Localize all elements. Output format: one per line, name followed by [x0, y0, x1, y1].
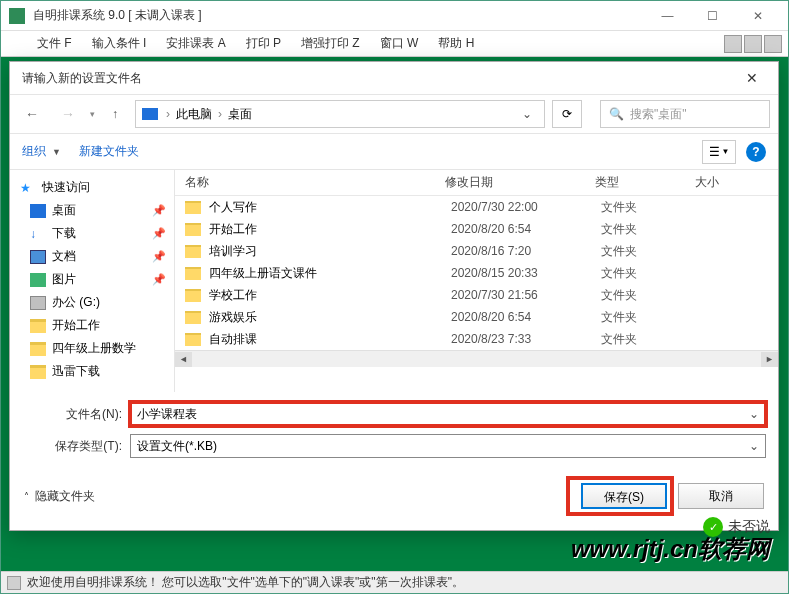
- nav-desktop[interactable]: 桌面📌: [10, 199, 174, 222]
- minimize-button[interactable]: —: [645, 2, 690, 30]
- refresh-button[interactable]: ⟳: [552, 100, 582, 128]
- menu-advprint[interactable]: 增强打印 Z: [293, 32, 368, 55]
- filetype-dropdown-icon[interactable]: ⌄: [749, 439, 759, 453]
- file-name: 四年级上册语文课件: [209, 265, 451, 282]
- nav-label: 文档: [52, 248, 76, 265]
- file-name: 个人写作: [209, 199, 451, 216]
- file-type: 文件夹: [601, 199, 701, 216]
- star-icon: ★: [20, 181, 36, 195]
- organize-button[interactable]: 组织: [22, 143, 46, 160]
- filename-dropdown-icon[interactable]: ⌄: [749, 407, 759, 421]
- folder-icon: [30, 319, 46, 333]
- filetype-field[interactable]: 设置文件(*.KB) ⌄: [130, 434, 766, 458]
- file-type: 文件夹: [601, 221, 701, 238]
- file-row[interactable]: 培训学习2020/8/16 7:20文件夹: [175, 240, 778, 262]
- statusbar: 欢迎使用自明排课系统！ 您可以选取"文件"选单下的"调入课表"或"第一次排课表"…: [1, 571, 788, 593]
- file-row[interactable]: 四年级上册语文课件2020/8/15 20:33文件夹: [175, 262, 778, 284]
- menu-help[interactable]: 帮助 H: [430, 32, 482, 55]
- form-area: 文件名(N): ⌄ 保存类型(T): 设置文件(*.KB) ⌄: [10, 392, 778, 470]
- back-button[interactable]: ←: [18, 100, 46, 128]
- dialog-close-button[interactable]: ✕: [738, 66, 766, 90]
- pin-icon: 📌: [152, 204, 166, 217]
- history-dropdown-icon[interactable]: ▾: [90, 109, 95, 119]
- save-button[interactable]: 保存(S): [581, 483, 667, 509]
- forward-button[interactable]: →: [54, 100, 82, 128]
- nav-label: 办公 (G:): [52, 294, 100, 311]
- nav-pane: ★ 快速访问 桌面📌 ↓下载📌 文档📌 图片📌 办公 (G:) 开始工作 四年级…: [10, 170, 175, 392]
- menu-input[interactable]: 输入条件 I: [84, 32, 155, 55]
- nav-folder-xunlei[interactable]: 迅雷下载: [10, 360, 174, 383]
- dialog-title: 请输入新的设置文件名: [22, 70, 142, 87]
- col-name[interactable]: 名称: [175, 174, 435, 191]
- nav-documents[interactable]: 文档📌: [10, 245, 174, 268]
- search-icon: 🔍: [609, 107, 624, 121]
- folder-icon: [185, 245, 201, 258]
- refresh-icon: ⟳: [562, 107, 572, 121]
- app-icon: [9, 8, 25, 24]
- file-name: 学校工作: [209, 287, 451, 304]
- nav-label: 下载: [52, 225, 76, 242]
- crumb-leaf[interactable]: 桌面: [224, 106, 256, 123]
- filename-field[interactable]: ⌄: [130, 402, 766, 426]
- nav-folder-grade4[interactable]: 四年级上册数学: [10, 337, 174, 360]
- menu-arrange[interactable]: 安排课表 A: [158, 32, 233, 55]
- mdi-min-icon[interactable]: [724, 35, 742, 53]
- close-window-button[interactable]: ✕: [735, 2, 780, 30]
- filename-input[interactable]: [137, 407, 749, 421]
- hide-folders-toggle[interactable]: ˄ 隐藏文件夹: [24, 488, 95, 505]
- desktop-icon: [30, 204, 46, 218]
- view-mode-button[interactable]: ☰ ▼: [702, 140, 736, 164]
- menu-print[interactable]: 打印 P: [238, 32, 289, 55]
- nav-pictures[interactable]: 图片📌: [10, 268, 174, 291]
- file-name: 自动排课: [209, 331, 451, 348]
- file-date: 2020/7/30 22:00: [451, 200, 601, 214]
- help-button[interactable]: ?: [746, 142, 766, 162]
- mdi-restore-icon[interactable]: [744, 35, 762, 53]
- scroll-left-icon[interactable]: ◄: [175, 352, 192, 367]
- file-row[interactable]: 自动排课2020/8/23 7:33文件夹: [175, 328, 778, 350]
- col-type[interactable]: 类型: [585, 174, 685, 191]
- file-name: 游戏娱乐: [209, 309, 451, 326]
- window-title: 自明排课系统 9.0 [ 未调入课表 ]: [33, 7, 645, 24]
- filename-label: 文件名(N):: [22, 406, 130, 423]
- col-size[interactable]: 大小: [685, 174, 745, 191]
- file-date: 2020/8/23 7:33: [451, 332, 601, 346]
- crumb-root[interactable]: 此电脑: [172, 106, 216, 123]
- breadcrumb-dropdown-icon[interactable]: ⌄: [516, 107, 538, 121]
- nav-drive-g[interactable]: 办公 (G:): [10, 291, 174, 314]
- quick-access-label: 快速访问: [42, 179, 90, 196]
- new-folder-button[interactable]: 新建文件夹: [79, 143, 139, 160]
- file-date: 2020/8/15 20:33: [451, 266, 601, 280]
- col-date[interactable]: 修改日期: [435, 174, 585, 191]
- file-row[interactable]: 游戏娱乐2020/8/20 6:54文件夹: [175, 306, 778, 328]
- search-input[interactable]: 🔍 搜索"桌面": [600, 100, 770, 128]
- maximize-button[interactable]: ☐: [690, 2, 735, 30]
- hide-folders-label: 隐藏文件夹: [35, 488, 95, 505]
- file-row[interactable]: 开始工作2020/8/20 6:54文件夹: [175, 218, 778, 240]
- file-date: 2020/7/30 21:56: [451, 288, 601, 302]
- file-row[interactable]: 个人写作2020/7/30 22:00文件夹: [175, 196, 778, 218]
- scroll-track[interactable]: [192, 352, 761, 367]
- file-date: 2020/8/16 7:20: [451, 244, 601, 258]
- nav-downloads[interactable]: ↓下载📌: [10, 222, 174, 245]
- organize-dropdown-icon[interactable]: ▼: [52, 147, 61, 157]
- up-button[interactable]: ↑: [103, 102, 127, 126]
- menu-file[interactable]: 文件 F: [29, 32, 80, 55]
- cancel-button[interactable]: 取消: [678, 483, 764, 509]
- scroll-right-icon[interactable]: ►: [761, 352, 778, 367]
- breadcrumb[interactable]: › 此电脑 › 桌面 ⌄: [135, 100, 545, 128]
- file-pane: 名称 修改日期 类型 大小 个人写作2020/7/30 22:00文件夹开始工作…: [175, 170, 778, 392]
- nav-folder-start[interactable]: 开始工作: [10, 314, 174, 337]
- crumb-sep: ›: [164, 107, 172, 121]
- nav-label: 四年级上册数学: [52, 340, 136, 357]
- mdi-close-icon[interactable]: [764, 35, 782, 53]
- save-dialog: 请输入新的设置文件名 ✕ ← → ▾ ↑ › 此电脑 › 桌面 ⌄ ⟳ 🔍 搜索…: [9, 61, 779, 531]
- nav-label: 迅雷下载: [52, 363, 100, 380]
- file-row[interactable]: 学校工作2020/7/30 21:56文件夹: [175, 284, 778, 306]
- quick-access-header[interactable]: ★ 快速访问: [10, 176, 174, 199]
- titlebar: 自明排课系统 9.0 [ 未调入课表 ] — ☐ ✕: [1, 1, 788, 31]
- menu-window[interactable]: 窗口 W: [372, 32, 427, 55]
- dialog-toolbar: 组织 ▼ 新建文件夹 ☰ ▼ ?: [10, 134, 778, 170]
- horizontal-scrollbar[interactable]: ◄ ►: [175, 350, 778, 367]
- file-name: 培训学习: [209, 243, 451, 260]
